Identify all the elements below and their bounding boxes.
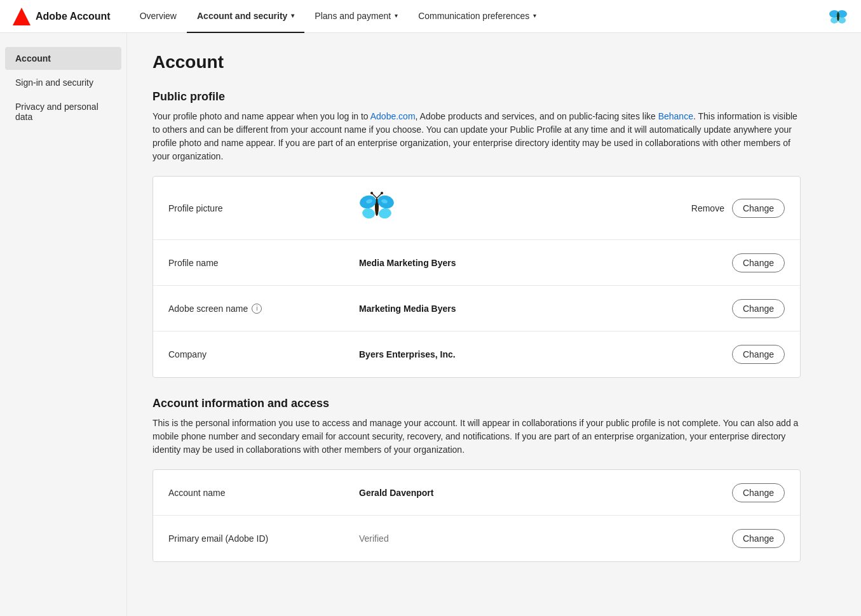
chevron-down-icon: ▾ — [533, 12, 536, 19]
nav-plans-payment[interactable]: Plans and payment ▾ — [304, 0, 408, 33]
remove-profile-picture-button[interactable]: Remove — [691, 203, 724, 213]
account-name-label: Account name — [168, 488, 359, 498]
chevron-down-icon: ▾ — [291, 12, 294, 19]
primary-email-label: Primary email (Adobe ID) — [168, 533, 359, 544]
primary-email-row: Primary email (Adobe ID) Verified Change — [153, 516, 800, 561]
company-label: Company — [168, 349, 359, 359]
page-layout: Account Sign-in and security Privacy and… — [0, 33, 861, 616]
page-title: Account — [153, 52, 801, 72]
profile-avatar-image — [359, 189, 395, 225]
company-row: Company Byers Enterprises, Inc. Change — [153, 331, 800, 377]
chevron-down-icon: ▾ — [395, 12, 398, 19]
profile-name-value: Media Marketing Byers — [359, 258, 732, 268]
public-profile-title: Public profile — [153, 90, 801, 104]
screen-name-actions: Change — [732, 299, 785, 318]
profile-picture-value — [359, 189, 691, 227]
behance-link[interactable]: Behance — [658, 111, 693, 121]
nav-links: Overview Account and security ▾ Plans an… — [130, 0, 828, 33]
change-company-button[interactable]: Change — [732, 345, 785, 364]
screen-name-label: Adobe screen name i — [168, 304, 359, 314]
top-navigation: Adobe Account Overview Account and secur… — [0, 0, 861, 33]
sidebar-item-signin-security[interactable]: Sign-in and security — [5, 71, 121, 94]
change-account-name-button[interactable]: Change — [732, 483, 785, 502]
app-title: Adobe Account — [36, 11, 111, 22]
sidebar: Account Sign-in and security Privacy and… — [0, 33, 127, 616]
svg-point-13 — [362, 207, 376, 219]
account-info-card: Account name Gerald Davenport Change Pri… — [153, 469, 801, 562]
svg-marker-0 — [13, 8, 31, 25]
nav-overview[interactable]: Overview — [130, 0, 187, 33]
nav-account-security[interactable]: Account and security ▾ — [187, 0, 304, 33]
change-screen-name-button[interactable]: Change — [732, 299, 785, 318]
adobe-logo-link[interactable]: Adobe Account — [13, 8, 111, 25]
user-avatar[interactable] — [828, 6, 848, 27]
main-content: Account Public profile Your profile phot… — [127, 33, 826, 616]
account-info-title: Account information and access — [153, 397, 801, 410]
profile-picture-row: Profile picture — [153, 177, 800, 240]
public-profile-card: Profile picture — [153, 176, 801, 378]
profile-picture-actions: Remove Change — [691, 199, 785, 218]
account-info-desc: This is the personal information you use… — [153, 417, 801, 457]
change-profile-name-button[interactable]: Change — [732, 253, 785, 272]
sidebar-item-privacy[interactable]: Privacy and personal data — [5, 95, 121, 128]
profile-name-row: Profile name Media Marketing Byers Chang… — [153, 240, 800, 286]
svg-point-5 — [837, 12, 839, 21]
account-name-row: Account name Gerald Davenport Change — [153, 470, 800, 516]
account-name-actions: Change — [732, 483, 785, 502]
nav-communication[interactable]: Communication preferences ▾ — [408, 0, 546, 33]
change-primary-email-button[interactable]: Change — [732, 529, 785, 548]
primary-email-actions: Change — [732, 529, 785, 548]
company-actions: Change — [732, 345, 785, 364]
screen-name-row: Adobe screen name i Marketing Media Byer… — [153, 286, 800, 331]
sidebar-item-account[interactable]: Account — [5, 47, 121, 70]
profile-name-actions: Change — [732, 253, 785, 272]
svg-point-14 — [378, 207, 392, 219]
profile-picture-label: Profile picture — [168, 203, 359, 213]
change-profile-picture-button[interactable]: Change — [732, 199, 785, 218]
public-profile-desc: Your profile photo and name appear when … — [153, 110, 801, 163]
adobe-com-link[interactable]: Adobe.com — [370, 111, 416, 121]
screen-name-info-icon[interactable]: i — [252, 304, 262, 314]
account-name-value: Gerald Davenport — [359, 488, 732, 498]
primary-email-value: Verified — [359, 533, 732, 544]
company-value: Byers Enterprises, Inc. — [359, 349, 732, 359]
profile-name-label: Profile name — [168, 258, 359, 268]
svg-point-8 — [370, 192, 373, 194]
adobe-logo-icon — [13, 8, 31, 25]
svg-point-10 — [381, 192, 383, 194]
screen-name-value: Marketing Media Byers — [359, 304, 732, 314]
